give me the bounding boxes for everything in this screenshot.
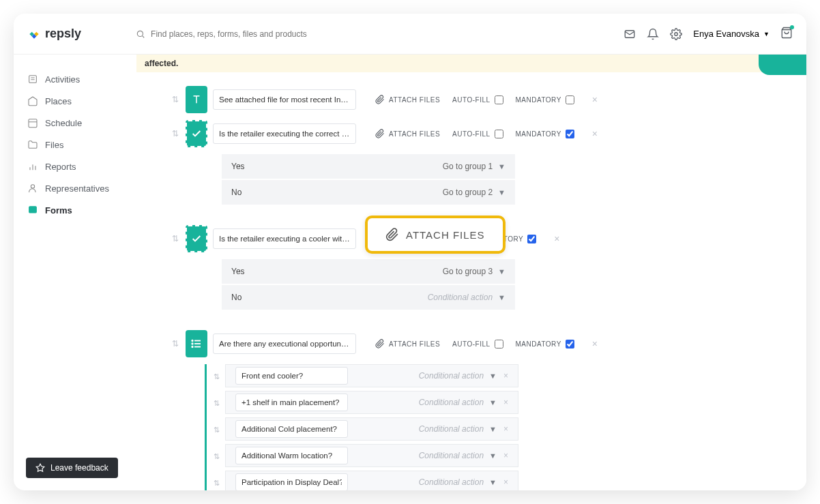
auto-fill-checkbox[interactable]	[495, 130, 503, 138]
question-type-check[interactable]	[186, 225, 207, 252]
remove-sub-item[interactable]: ×	[503, 398, 508, 407]
drag-handle-icon[interactable]: ⇅	[171, 95, 180, 104]
question-text-input[interactable]	[213, 228, 356, 249]
question-type-list[interactable]	[186, 330, 207, 357]
sub-item-row: ⇅ Conditional action ▼ ×	[214, 417, 793, 442]
remove-sub-item[interactable]: ×	[503, 371, 508, 381]
chevron-down-icon[interactable]: ▼	[498, 188, 506, 196]
drag-handle-icon[interactable]: ⇅	[171, 129, 180, 138]
chevron-down-icon[interactable]: ▼	[489, 372, 497, 380]
question-text-input[interactable]	[213, 333, 356, 354]
search-input[interactable]	[151, 29, 355, 39]
auto-fill-checkbox[interactable]	[495, 95, 503, 104]
search-wrap	[136, 29, 624, 39]
sub-item-input[interactable]	[235, 367, 348, 385]
attach-files-button[interactable]: ATTACH FILES	[375, 129, 440, 138]
sub-item-row: ⇅ Conditional action ▼ ×	[214, 444, 793, 469]
question-type-check[interactable]	[186, 120, 207, 147]
leave-feedback-button[interactable]: Leave feedback	[26, 458, 118, 478]
chart-icon	[27, 161, 38, 172]
brand-logo[interactable]: repsly	[27, 27, 81, 41]
answer-row: No Go to group 2 ▼	[222, 180, 515, 205]
auto-fill-toggle[interactable]: AUTO-FILL	[452, 130, 503, 138]
sidebar-item-reports[interactable]: Reports	[14, 155, 123, 177]
mail-icon[interactable]	[624, 28, 636, 40]
bell-icon[interactable]	[647, 28, 659, 40]
sidebar-item-activities[interactable]: Activities	[14, 68, 123, 90]
sidebar-item-schedule[interactable]: Schedule	[14, 112, 123, 134]
mandatory-checkbox[interactable]	[527, 235, 536, 243]
sub-item-action[interactable]: Conditional action	[419, 424, 484, 434]
answer-action-select[interactable]: Conditional action	[428, 293, 493, 302]
question-text-input[interactable]	[213, 123, 356, 144]
remove-question-button[interactable]: ×	[592, 128, 598, 139]
mandatory-toggle[interactable]: MANDATORY	[516, 340, 574, 349]
answer-action-select[interactable]: Go to group 3	[443, 267, 493, 276]
sidebar-item-files[interactable]: Files	[14, 134, 123, 155]
remove-sub-item[interactable]: ×	[503, 477, 508, 487]
text-icon	[190, 93, 203, 106]
drag-handle-icon[interactable]: ⇅	[214, 479, 220, 488]
drag-handle-icon[interactable]: ⇅	[171, 234, 180, 243]
sub-item-input[interactable]	[235, 420, 348, 438]
drag-handle-icon[interactable]: ⇅	[214, 372, 220, 381]
leave-feedback-label: Leave feedback	[50, 463, 108, 473]
question-type-text[interactable]	[186, 86, 207, 113]
sidebar-item-label: Reports	[45, 162, 76, 172]
remove-sub-item[interactable]: ×	[503, 451, 508, 460]
sub-item-action[interactable]: Conditional action	[419, 451, 484, 460]
form-icon	[27, 205, 38, 216]
topbar: repsly Enya Evanovska ▼	[14, 14, 806, 55]
drag-handle-icon[interactable]: ⇅	[214, 452, 220, 461]
remove-question-button[interactable]: ×	[592, 94, 598, 105]
sidebar-item-forms[interactable]: Forms	[14, 199, 123, 221]
places-icon	[27, 95, 38, 106]
sidebar-item-reps[interactable]: Representatives	[14, 177, 123, 199]
answer-action-select[interactable]: Go to group 2	[443, 188, 493, 197]
drag-handle-icon[interactable]: ⇅	[171, 339, 180, 349]
question-controls: ATTACH FILES AUTO-FILL MANDATORY ×	[375, 128, 598, 139]
gear-icon[interactable]	[670, 28, 682, 40]
chevron-down-icon[interactable]: ▼	[489, 451, 497, 460]
sub-item-action[interactable]: Conditional action	[419, 371, 484, 381]
auto-fill-toggle[interactable]: AUTO-FILL	[452, 95, 503, 104]
sub-item-action[interactable]: Conditional action	[419, 477, 484, 487]
sidebar-item-label: Forms	[45, 205, 72, 216]
remove-question-button[interactable]: ×	[592, 338, 598, 349]
remove-sub-item[interactable]: ×	[503, 424, 508, 434]
user-menu[interactable]: Enya Evanovska ▼	[693, 29, 770, 39]
cart-button[interactable]	[780, 27, 793, 42]
sidebar-item-label: Places	[45, 96, 72, 106]
auto-fill-checkbox[interactable]	[495, 340, 503, 349]
chevron-down-icon[interactable]: ▼	[489, 398, 497, 406]
mandatory-toggle[interactable]: MANDATORY	[516, 130, 574, 138]
brand-mark-icon	[27, 27, 41, 41]
mandatory-checkbox[interactable]	[566, 130, 574, 138]
drag-handle-icon[interactable]: ⇅	[214, 399, 220, 408]
chevron-down-icon[interactable]: ▼	[498, 293, 506, 301]
question-text-input[interactable]	[213, 89, 356, 110]
sidebar-item-places[interactable]: Places	[14, 90, 123, 112]
chevron-down-icon[interactable]: ▼	[489, 478, 497, 486]
mandatory-checkbox[interactable]	[566, 95, 574, 104]
drag-handle-icon[interactable]: ⇅	[214, 426, 220, 434]
attach-files-button[interactable]: ATTACH FILES	[375, 95, 440, 104]
svg-point-20	[192, 340, 193, 342]
chevron-down-icon[interactable]: ▼	[498, 162, 506, 171]
action-button-peek[interactable]	[759, 55, 806, 75]
sub-item-action[interactable]: Conditional action	[419, 398, 484, 407]
auto-fill-toggle[interactable]: AUTO-FILL	[452, 340, 503, 349]
attach-files-button[interactable]: ATTACH FILES	[375, 339, 440, 349]
mandatory-checkbox[interactable]	[566, 340, 574, 349]
chevron-down-icon[interactable]: ▼	[498, 267, 506, 276]
chevron-down-icon[interactable]: ▼	[489, 425, 497, 433]
answer-action-select[interactable]: Go to group 1	[443, 162, 493, 171]
sub-item-row: ⇅ Conditional action ▼ ×	[214, 471, 793, 490]
sub-item-input[interactable]	[235, 447, 348, 464]
mandatory-toggle[interactable]: MANDATORY	[516, 95, 574, 104]
remove-question-button[interactable]: ×	[554, 233, 559, 244]
sub-item-input[interactable]	[235, 473, 348, 490]
sub-item-input[interactable]	[235, 394, 348, 411]
svg-point-0	[137, 31, 143, 36]
attach-files-callout[interactable]: ATTACH FILES	[365, 216, 506, 254]
